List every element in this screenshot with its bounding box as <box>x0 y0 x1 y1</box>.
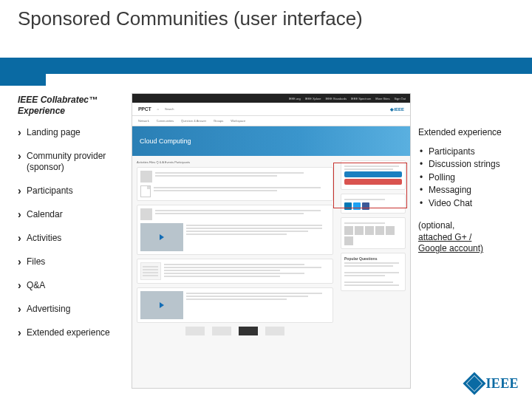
center-column: IEEE.org IEEE Xplore IEEE Standards IEEE… <box>132 92 411 399</box>
cta-box <box>341 160 406 190</box>
video-thumb <box>140 223 183 251</box>
left-item: Community provider (sponsor) <box>18 151 127 173</box>
ieee-logo: IEEE <box>466 375 519 392</box>
twitter-icon <box>353 202 361 210</box>
right-column: Extended experience Participants Discuss… <box>411 92 520 399</box>
left-item: Landing page <box>18 127 127 138</box>
shot-tab: Communities <box>157 119 174 123</box>
shot-tab: Network <box>138 119 149 123</box>
cta-button-google <box>344 171 402 177</box>
left-item: Q&A <box>18 280 127 291</box>
shot-brand: PPCT <box>138 106 151 112</box>
topbar-item: More Sites <box>375 97 389 100</box>
shot-post <box>137 205 333 255</box>
video-thumb <box>140 291 183 319</box>
nav-home-icon: ⌂ <box>157 107 158 111</box>
slide-title: Sponsored Communities (user interface) <box>18 7 532 30</box>
mini-calendar <box>140 262 161 280</box>
right-item: Discussion strings <box>418 158 513 171</box>
left-item: Advertising <box>18 304 127 315</box>
linkedin-icon <box>344 202 352 210</box>
pdf-icon <box>140 185 151 197</box>
right-item: Messaging <box>418 184 513 197</box>
left-item: Files <box>18 256 127 267</box>
left-item: Participants <box>18 185 127 197</box>
share-box <box>341 194 406 214</box>
popular-questions: Popular Questions <box>341 253 406 291</box>
nav-search: Search <box>165 107 174 111</box>
shot-subnav: Activities Files Q & A Events Participan… <box>137 160 333 164</box>
topbar-item: IEEE Xplore <box>305 97 321 100</box>
left-item: Extended experience <box>18 327 127 338</box>
slide-body: IEEE Collabratec™ Experience Landing pag… <box>0 59 532 399</box>
shot-tab: Workspace <box>231 119 245 123</box>
topbar-item: IEEE Standards <box>325 97 346 100</box>
shot-tab: Groups <box>214 119 223 123</box>
right-item: Polling <box>418 171 513 184</box>
topbar-item: Sign Out <box>394 97 406 100</box>
left-item: Activities <box>18 233 127 244</box>
left-column: IEEE Collabratec™ Experience Landing pag… <box>0 92 132 399</box>
right-item: Video Chat <box>418 197 513 210</box>
avatar <box>140 208 152 220</box>
facebook-icon <box>362 202 369 210</box>
topbar-item: IEEE.org <box>289 97 301 100</box>
shot-post <box>137 287 333 323</box>
shot-primary: Activities Files Q & A Events Participan… <box>132 156 338 388</box>
shot-banner: Cloud Computing <box>132 126 410 156</box>
shot-ieee-logo: ◈IEEE <box>390 106 404 112</box>
pq-heading: Popular Questions <box>344 256 402 261</box>
shot-main: Activities Files Q & A Events Participan… <box>132 156 410 388</box>
left-list: Landing page Community provider (sponsor… <box>18 127 127 338</box>
ieee-logo-text: IEEE <box>485 376 519 392</box>
cta-button-hangouts <box>344 179 402 185</box>
shot-tab: Question & Answer <box>181 119 206 123</box>
ieee-mark-icon <box>463 372 486 395</box>
shot-tabs: Network Communities Question & Answer Gr… <box>132 116 410 126</box>
app-screenshot: IEEE.org IEEE Xplore IEEE Standards IEEE… <box>132 93 411 389</box>
shot-sidebar: Popular Questions <box>338 156 410 388</box>
sponsor-logos <box>137 327 333 335</box>
play-icon <box>160 302 164 308</box>
shot-topbar: IEEE.org IEEE Xplore IEEE Standards IEEE… <box>132 94 410 103</box>
right-item: Participants <box>418 146 513 158</box>
header-tab <box>0 58 46 86</box>
shot-calendar <box>137 259 333 284</box>
right-heading: Extended experience <box>418 127 513 138</box>
right-note: (optional, attached G+ / Google account) <box>418 220 513 255</box>
play-icon <box>160 234 164 240</box>
avatar <box>140 171 152 183</box>
header-bar <box>0 58 532 74</box>
topbar-item: IEEE Spectrum <box>351 97 371 100</box>
right-list: Participants Discussion strings Polling … <box>418 146 513 210</box>
shot-navbar: PPCT ⌂ Search ◈IEEE <box>132 103 410 116</box>
members-box <box>341 217 406 249</box>
slide-header: Sponsored Communities (user interface) <box>0 0 532 59</box>
left-heading: IEEE Collabratec™ Experience <box>18 95 127 117</box>
shot-post <box>137 167 333 201</box>
left-item: Calendar <box>18 209 127 220</box>
